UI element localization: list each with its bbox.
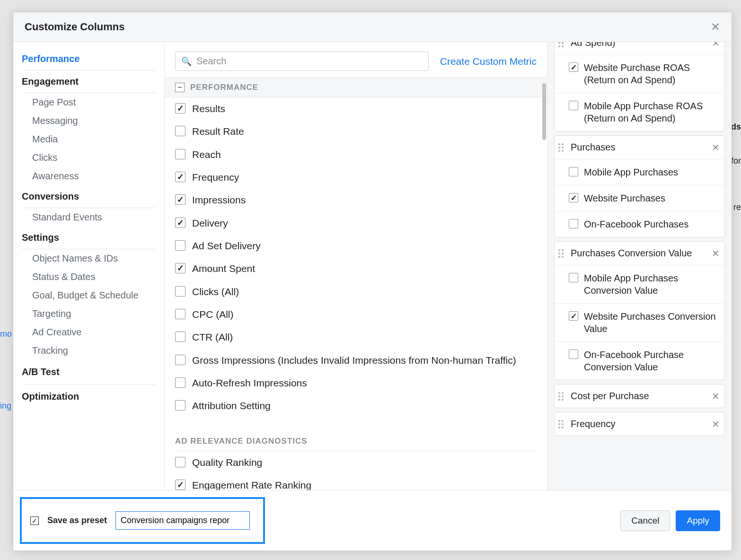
checkbox-icon[interactable] xyxy=(175,103,185,114)
remove-icon[interactable]: ✕ xyxy=(712,248,720,259)
checkbox-icon[interactable] xyxy=(175,126,185,136)
metrics-group-ad-relevance[interactable]: AD RELEVANCE DIAGNOSTICS xyxy=(175,432,537,451)
drag-handle-icon[interactable] xyxy=(558,42,566,47)
collapse-icon[interactable]: − xyxy=(175,83,185,92)
metric-row[interactable]: Auto-Refresh Impressions xyxy=(165,372,547,394)
checkbox-icon[interactable] xyxy=(175,172,185,182)
checkbox-icon[interactable] xyxy=(569,101,578,110)
sidebar-section-ab-test[interactable]: A/B Test xyxy=(22,360,156,385)
sidebar-item-targeting[interactable]: Targeting xyxy=(22,305,156,323)
create-custom-metric-link[interactable]: Create Custom Metric xyxy=(440,56,537,67)
selected-group-header[interactable]: Ad Spend) ✕ xyxy=(555,42,724,55)
metric-row[interactable]: Impressions xyxy=(165,189,547,211)
sidebar-item-clicks[interactable]: Clicks xyxy=(22,149,156,167)
metric-row[interactable]: Result Rate xyxy=(165,120,547,143)
metric-row[interactable]: Clicks (All) xyxy=(165,280,547,303)
checkbox-icon[interactable] xyxy=(175,377,185,388)
selected-child[interactable]: Website Purchases xyxy=(555,185,724,211)
selected-group-header[interactable]: Purchases ✕ xyxy=(555,136,724,159)
metric-row[interactable]: Delivery xyxy=(165,212,547,235)
sidebar-item-goal-budget-schedule[interactable]: Goal, Budget & Schedule xyxy=(22,286,156,305)
save-preset-label: Save as preset xyxy=(47,516,107,525)
checkbox-icon[interactable] xyxy=(569,273,578,282)
checkbox-icon[interactable] xyxy=(175,218,185,228)
scrollbar-thumb[interactable] xyxy=(542,83,546,140)
sidebar-section-conversions[interactable]: Conversions xyxy=(22,185,156,208)
child-label: Mobile App Purchases Conversion Value xyxy=(584,272,719,297)
sidebar-item-messaging[interactable]: Messaging xyxy=(22,112,156,130)
drag-handle-icon[interactable] xyxy=(558,420,566,429)
close-icon[interactable]: ✕ xyxy=(711,21,720,33)
checkbox-icon[interactable] xyxy=(175,263,185,273)
drag-handle-icon[interactable] xyxy=(558,392,566,401)
sidebar-section-engagement[interactable]: Engagement xyxy=(22,70,156,93)
selected-title: Purchases xyxy=(571,141,707,153)
metric-row[interactable]: Ad Set Delivery xyxy=(165,235,547,257)
metrics-group-performance[interactable]: − PERFORMANCE xyxy=(165,78,547,97)
sidebar-item-object-names-ids[interactable]: Object Names & IDs xyxy=(22,249,156,268)
checkbox-icon[interactable] xyxy=(175,194,185,205)
checkbox-icon[interactable] xyxy=(569,193,578,202)
selected-child[interactable]: Mobile App Purchase ROAS (Return on Ad S… xyxy=(555,93,724,131)
checkbox-icon[interactable] xyxy=(175,457,185,467)
metrics-scroll[interactable]: − PERFORMANCE Results Result Rate Reach … xyxy=(165,78,547,490)
metric-row[interactable]: Reach xyxy=(165,143,547,166)
remove-icon[interactable]: ✕ xyxy=(712,42,720,49)
drag-handle-icon[interactable] xyxy=(558,143,566,152)
metric-row[interactable]: Quality Ranking xyxy=(165,451,547,474)
save-preset-checkbox[interactable] xyxy=(30,516,39,525)
selected-group-header[interactable]: Frequency ✕ xyxy=(555,412,724,436)
checkbox-icon[interactable] xyxy=(175,240,185,251)
cancel-button[interactable]: Cancel xyxy=(620,510,670,531)
selected-group-header[interactable]: Cost per Purchase ✕ xyxy=(555,385,724,408)
checkbox-icon[interactable] xyxy=(175,309,185,319)
checkbox-icon[interactable] xyxy=(569,167,578,176)
remove-icon[interactable]: ✕ xyxy=(712,142,720,153)
metric-label: CPC (All) xyxy=(192,308,234,321)
selected-child[interactable]: Mobile App Purchases xyxy=(555,159,724,185)
apply-button[interactable]: Apply xyxy=(676,510,720,531)
sidebar-item-ad-creative[interactable]: Ad Creative xyxy=(22,323,156,341)
metric-row[interactable]: CPC (All) xyxy=(165,303,547,326)
metric-row[interactable]: Results xyxy=(165,97,547,120)
sidebar-item-media[interactable]: Media xyxy=(22,130,156,149)
child-label: On-Facebook Purchase Conversion Value xyxy=(584,349,719,373)
checkbox-icon[interactable] xyxy=(175,286,185,297)
remove-icon[interactable]: ✕ xyxy=(712,419,720,430)
selected-group-header[interactable]: Purchases Conversion Value ✕ xyxy=(555,242,724,265)
preset-name-input[interactable] xyxy=(115,511,250,530)
checkbox-icon[interactable] xyxy=(569,350,578,359)
selected-child[interactable]: Website Purchases Conversion Value xyxy=(555,304,724,342)
metric-row[interactable]: Frequency xyxy=(165,166,547,189)
selected-child[interactable]: On-Facebook Purchases xyxy=(555,211,724,237)
metric-row[interactable]: Engagement Rate Ranking xyxy=(165,474,547,490)
sidebar-section-performance[interactable]: Performance xyxy=(22,48,156,70)
checkbox-icon[interactable] xyxy=(569,219,578,228)
checkbox-icon[interactable] xyxy=(569,311,578,321)
selected-child[interactable]: Website Purchase ROAS (Return on Ad Spen… xyxy=(555,55,724,93)
sidebar-item-status-dates[interactable]: Status & Dates xyxy=(22,268,156,286)
checkbox-icon[interactable] xyxy=(175,332,185,342)
sidebar-item-standard-events[interactable]: Standard Events xyxy=(22,208,156,227)
sidebar-section-settings[interactable]: Settings xyxy=(22,227,156,249)
bg-text: mo xyxy=(0,329,12,339)
metric-row[interactable]: CTR (All) xyxy=(165,326,547,349)
checkbox-icon[interactable] xyxy=(175,480,185,490)
search-input[interactable] xyxy=(196,56,423,67)
selected-child[interactable]: On-Facebook Purchase Conversion Value xyxy=(555,342,724,380)
sidebar-item-page-post[interactable]: Page Post xyxy=(22,93,156,112)
sidebar-section-optimization[interactable]: Optimization xyxy=(22,385,156,409)
remove-icon[interactable]: ✕ xyxy=(712,391,720,402)
selected-child[interactable]: Mobile App Purchases Conversion Value xyxy=(555,265,724,304)
checkbox-icon[interactable] xyxy=(175,355,185,365)
checkbox-icon[interactable] xyxy=(175,149,185,159)
metric-row[interactable]: Attribution Setting xyxy=(165,394,547,417)
sidebar-item-tracking[interactable]: Tracking xyxy=(22,341,156,360)
metric-row[interactable]: Amount Spent xyxy=(165,257,547,280)
search-input-wrapper[interactable]: 🔍 xyxy=(175,52,429,71)
sidebar-item-awareness[interactable]: Awareness xyxy=(22,167,156,185)
drag-handle-icon[interactable] xyxy=(558,249,566,258)
checkbox-icon[interactable] xyxy=(175,400,185,411)
checkbox-icon[interactable] xyxy=(569,62,578,72)
metric-row[interactable]: Gross Impressions (Includes Invalid Impr… xyxy=(165,349,547,372)
